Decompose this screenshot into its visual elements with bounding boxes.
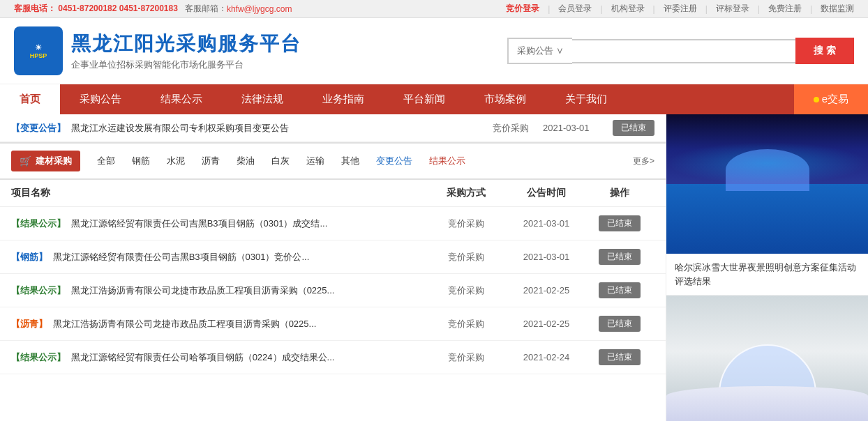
- status-badge: 已结束: [599, 215, 641, 231]
- nav-item-results[interactable]: 结果公示: [141, 84, 222, 114]
- table-container: 项目名称 采购方式 公告时间 操作 【结果公示】 黑龙江源铭经贸有限责任公司吉黑…: [0, 180, 666, 374]
- logo-area: ☀ HPSP 黑龙江阳光采购服务平台 企事业单位招标采购智能化市场化服务平台: [14, 26, 301, 75]
- status-badge: 已结束: [599, 282, 641, 298]
- search-category-dropdown[interactable]: 采购公告 ∨: [507, 38, 572, 64]
- search-input[interactable]: [572, 39, 795, 63]
- search-button[interactable]: 搜 索: [795, 38, 854, 64]
- row-tag: 【结果公示】: [11, 352, 66, 362]
- right-image-1[interactable]: [666, 114, 868, 254]
- etrade-label: e交易: [822, 93, 848, 106]
- cat-lime[interactable]: 白灰: [263, 152, 298, 170]
- right-panel: 哈尔滨冰雪大世界夜景照明创意方案征集活动 评选结果 哈尔滨冰雪大世界梦幻冰雪馆室…: [666, 114, 868, 421]
- cat-change-ann[interactable]: 变更公告: [368, 152, 421, 170]
- row-text: 黑龙江源铭经贸有限责任公司吉黑B3项目钢筋（0301）竞价公...: [53, 252, 310, 262]
- table-row[interactable]: 【结果公示】 黑龙江源铭经贸有限责任公司哈筝项目钢筋（0224）成交结果公...…: [0, 341, 666, 374]
- row-date: 2021-02-24: [508, 352, 585, 362]
- sep5: |: [758, 4, 760, 14]
- cat-results[interactable]: 结果公示: [421, 152, 474, 170]
- top-bar: 客服电话： 0451-87200182 0451-87200183 客服邮箱： …: [0, 0, 868, 18]
- col-date: 公告时间: [508, 187, 585, 199]
- status-badge: 已结束: [599, 249, 641, 265]
- more-link[interactable]: 更多>: [633, 155, 654, 167]
- nav-item-market[interactable]: 市场案例: [465, 84, 546, 114]
- cat-diesel[interactable]: 柴油: [228, 152, 263, 170]
- sep3: |: [653, 4, 655, 14]
- nav-item-announcement[interactable]: 采购公告: [60, 84, 141, 114]
- link-free-register[interactable]: 免费注册: [768, 3, 802, 15]
- cat-other[interactable]: 其他: [333, 152, 368, 170]
- row-type: 竞价采购: [424, 351, 508, 364]
- row-date: 2021-03-01: [508, 252, 585, 262]
- announcement-tag: 【变更公告】: [11, 122, 66, 135]
- sep4: |: [705, 4, 708, 14]
- link-member-login[interactable]: 会员登录: [558, 3, 592, 15]
- row-tag: 【沥青】: [11, 319, 47, 329]
- link-org-login[interactable]: 机构登录: [611, 3, 645, 15]
- announcement-date: 2021-03-01: [543, 123, 599, 133]
- phone2: 0451-87200183: [119, 3, 178, 13]
- row-date: 2021-02-25: [508, 285, 585, 296]
- build-materials-title: 🛒 建材采购: [11, 151, 80, 171]
- email-value: khfw@ljygcg.com: [227, 4, 292, 14]
- row-title: 【结果公示】 黑龙江源铭经贸有限责任公司吉黑B3项目钢筋（0301）成交结...: [11, 217, 424, 230]
- nav-item-about[interactable]: 关于我们: [546, 84, 627, 114]
- row-action: 已结束: [585, 249, 654, 265]
- content-area: 【变更公告】 黑龙江水运建设发展有限公司专利权采购项目变更公告 竞价采购 202…: [0, 114, 666, 421]
- link-judge-register[interactable]: 评委注册: [664, 3, 697, 15]
- scene2: [666, 296, 868, 421]
- right-image-1-caption: 哈尔滨冰雪大世界夜景照明创意方案征集活动 评选结果: [666, 254, 868, 296]
- site-sub-title: 企事业单位招标采购智能化市场化服务平台: [71, 59, 301, 71]
- sep1: |: [548, 4, 550, 14]
- header: ☀ HPSP 黑龙江阳光采购服务平台 企事业单位招标采购智能化市场化服务平台 采…: [0, 18, 868, 84]
- link-data-monitor[interactable]: 数据监测: [821, 3, 854, 15]
- search-area: 采购公告 ∨ 搜 索: [507, 38, 854, 64]
- cat-steel[interactable]: 钢筋: [124, 152, 158, 170]
- site-main-title: 黑龙江阳光采购服务平台: [71, 31, 301, 57]
- email-label: 客服邮箱：: [185, 3, 227, 15]
- row-type: 竞价采购: [424, 318, 508, 330]
- nav-item-etrade[interactable]: e交易: [794, 84, 868, 114]
- etrade-dot: [814, 97, 819, 102]
- cat-all[interactable]: 全部: [89, 152, 124, 170]
- announcement-text: 黑龙江水运建设发展有限公司专利权采购项目变更公告: [71, 122, 493, 135]
- logo-bottom-text: HPSP: [30, 52, 47, 59]
- col-name: 项目名称: [11, 187, 424, 199]
- cat-transport[interactable]: 运输: [298, 152, 333, 170]
- table-row[interactable]: 【结果公示】 黑龙江浩扬沥青有限公司龙捷市政品质工程项目沥青采购（0225...…: [0, 274, 666, 307]
- snow-ground: [666, 386, 868, 421]
- status-badge: 已结束: [599, 316, 641, 332]
- row-text: 黑龙江浩扬沥青有限公司龙捷市政品质工程项目沥青采购（0225...: [71, 285, 335, 296]
- row-title: 【钢筋】 黑龙江源铭经贸有限责任公司吉黑B3项目钢筋（0301）竞价公...: [11, 251, 424, 263]
- row-date: 2021-03-01: [508, 218, 585, 229]
- link-judge-login[interactable]: 评标登录: [716, 3, 749, 15]
- row-type: 竞价采购: [424, 217, 508, 230]
- table-row[interactable]: 【结果公示】 黑龙江源铭经贸有限责任公司吉黑B3项目钢筋（0301）成交结...…: [0, 207, 666, 240]
- announcement-status: 已结束: [613, 120, 654, 136]
- link-jingjialogin[interactable]: 竞价登录: [506, 3, 539, 15]
- lights: [666, 142, 868, 184]
- row-title: 【结果公示】 黑龙江浩扬沥青有限公司龙捷市政品质工程项目沥青采购（0225...: [11, 284, 424, 297]
- table-row[interactable]: 【钢筋】 黑龙江源铭经贸有限责任公司吉黑B3项目钢筋（0301）竞价公... 竞…: [0, 240, 666, 274]
- row-action: 已结束: [585, 282, 654, 298]
- top-links: 竞价登录 | 会员登录 | 机构登录 | 评委注册 | 评标登录 | 免费注册 …: [506, 3, 854, 15]
- build-materials-bar: 🛒 建材采购 全部 钢筋 水泥 沥青 柴油 白灰 运输 其他 变更公告 结果公示…: [0, 142, 666, 180]
- nav-item-laws[interactable]: 法律法规: [222, 84, 303, 114]
- phone-label: 客服电话：: [14, 3, 56, 13]
- table-row[interactable]: 【沥青】 黑龙江浩扬沥青有限公司龙捷市政品质工程项目沥青采购（0225... 竞…: [0, 307, 666, 341]
- row-action: 已结束: [585, 316, 654, 332]
- nav-item-home[interactable]: 首页: [0, 84, 60, 114]
- row-date: 2021-02-25: [508, 319, 585, 329]
- nav-item-guide[interactable]: 业务指南: [303, 84, 384, 114]
- logo-text: 黑龙江阳光采购服务平台 企事业单位招标采购智能化市场化服务平台: [71, 31, 301, 71]
- category-list: 全部 钢筋 水泥 沥青 柴油 白灰 运输 其他 变更公告 结果公示: [89, 152, 633, 170]
- row-tag: 【结果公示】: [11, 218, 66, 229]
- cat-asphalt[interactable]: 沥青: [193, 152, 228, 170]
- nav-item-news[interactable]: 平台新闻: [384, 84, 465, 114]
- sep2: |: [600, 4, 602, 14]
- row-text: 黑龙江源铭经贸有限责任公司哈筝项目钢筋（0224）成交结果公...: [71, 352, 335, 362]
- right-image-2[interactable]: [666, 296, 868, 421]
- build-materials-label: 建材采购: [36, 155, 72, 167]
- row-type: 竞价采购: [424, 251, 508, 263]
- logo-icon: ☀ HPSP: [14, 26, 63, 75]
- cat-cement[interactable]: 水泥: [158, 152, 193, 170]
